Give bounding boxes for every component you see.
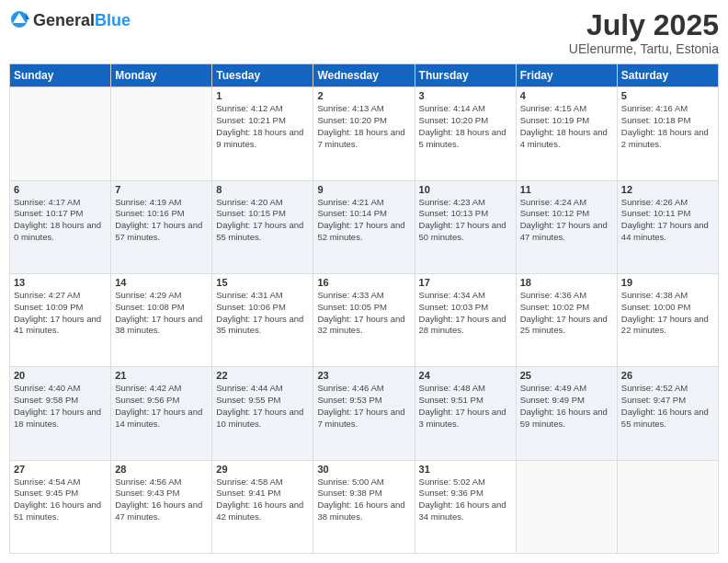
day-info: Sunrise: 4:21 AM Sunset: 10:14 PM Daylig… — [317, 197, 410, 244]
day-info: Sunrise: 4:13 AM Sunset: 10:20 PM Daylig… — [317, 103, 410, 150]
day-info: Sunrise: 4:27 AM Sunset: 10:09 PM Daylig… — [14, 290, 107, 337]
day-number: 4 — [520, 90, 613, 101]
day-number: 16 — [317, 277, 410, 288]
calendar-day-cell: 19Sunrise: 4:38 AM Sunset: 10:00 PM Dayl… — [617, 273, 718, 366]
day-number: 7 — [115, 184, 208, 195]
day-info: Sunrise: 4:12 AM Sunset: 10:21 PM Daylig… — [216, 103, 309, 150]
col-sunday: Sunday — [10, 64, 111, 87]
day-number: 14 — [115, 277, 208, 288]
calendar-day-cell — [10, 87, 111, 180]
day-info: Sunrise: 5:02 AM Sunset: 9:36 PM Dayligh… — [419, 477, 512, 523]
calendar-day-cell: 30Sunrise: 5:00 AM Sunset: 9:38 PM Dayli… — [313, 460, 415, 553]
day-info: Sunrise: 4:40 AM Sunset: 9:58 PM Dayligh… — [14, 383, 107, 430]
calendar-day-cell: 7Sunrise: 4:19 AM Sunset: 10:16 PM Dayli… — [111, 180, 212, 273]
calendar-day-cell: 1Sunrise: 4:12 AM Sunset: 10:21 PM Dayli… — [212, 87, 313, 180]
calendar-week-row: 6Sunrise: 4:17 AM Sunset: 10:17 PM Dayli… — [10, 180, 719, 273]
day-info: Sunrise: 4:19 AM Sunset: 10:16 PM Daylig… — [115, 197, 208, 244]
calendar-day-cell: 9Sunrise: 4:21 AM Sunset: 10:14 PM Dayli… — [313, 180, 415, 273]
day-info: Sunrise: 4:52 AM Sunset: 9:47 PM Dayligh… — [621, 383, 714, 430]
calendar-day-cell — [111, 87, 212, 180]
calendar-day-cell: 26Sunrise: 4:52 AM Sunset: 9:47 PM Dayli… — [617, 367, 718, 460]
title-block: July 2025 UElenurme, Tartu, Estonia — [569, 9, 719, 56]
day-number: 6 — [14, 184, 107, 195]
day-info: Sunrise: 4:58 AM Sunset: 9:41 PM Dayligh… — [216, 477, 309, 523]
calendar-day-cell: 5Sunrise: 4:16 AM Sunset: 10:18 PM Dayli… — [617, 87, 718, 180]
day-info: Sunrise: 4:15 AM Sunset: 10:19 PM Daylig… — [520, 103, 613, 150]
calendar-day-cell: 23Sunrise: 4:46 AM Sunset: 9:53 PM Dayli… — [313, 367, 415, 460]
calendar-day-cell: 18Sunrise: 4:36 AM Sunset: 10:02 PM Dayl… — [516, 273, 617, 366]
day-info: Sunrise: 4:44 AM Sunset: 9:55 PM Dayligh… — [216, 383, 309, 430]
day-number: 1 — [216, 90, 309, 101]
calendar-day-cell: 8Sunrise: 4:20 AM Sunset: 10:15 PM Dayli… — [212, 180, 313, 273]
day-number: 12 — [621, 184, 714, 195]
day-info: Sunrise: 4:33 AM Sunset: 10:05 PM Daylig… — [317, 290, 410, 337]
day-number: 31 — [419, 464, 512, 475]
day-number: 30 — [317, 464, 410, 475]
day-info: Sunrise: 4:29 AM Sunset: 10:08 PM Daylig… — [115, 290, 208, 337]
day-info: Sunrise: 4:20 AM Sunset: 10:15 PM Daylig… — [216, 197, 309, 244]
calendar-week-row: 27Sunrise: 4:54 AM Sunset: 9:45 PM Dayli… — [10, 460, 719, 553]
day-number: 28 — [115, 464, 208, 475]
day-info: Sunrise: 4:34 AM Sunset: 10:03 PM Daylig… — [419, 290, 512, 337]
day-number: 21 — [115, 370, 208, 381]
calendar-day-cell: 20Sunrise: 4:40 AM Sunset: 9:58 PM Dayli… — [10, 367, 111, 460]
day-info: Sunrise: 4:56 AM Sunset: 9:43 PM Dayligh… — [115, 477, 208, 523]
calendar-day-cell: 10Sunrise: 4:23 AM Sunset: 10:13 PM Dayl… — [415, 180, 516, 273]
day-number: 22 — [216, 370, 309, 381]
day-number: 20 — [14, 370, 107, 381]
day-info: Sunrise: 4:49 AM Sunset: 9:49 PM Dayligh… — [520, 383, 613, 430]
calendar-header-row: Sunday Monday Tuesday Wednesday Thursday… — [10, 64, 719, 87]
day-info: Sunrise: 4:48 AM Sunset: 9:51 PM Dayligh… — [419, 383, 512, 430]
calendar-day-cell: 2Sunrise: 4:13 AM Sunset: 10:20 PM Dayli… — [313, 87, 415, 180]
day-info: Sunrise: 4:26 AM Sunset: 10:11 PM Daylig… — [621, 197, 714, 244]
header: GeneralBlue July 2025 UElenurme, Tartu, … — [9, 9, 719, 56]
calendar-day-cell: 13Sunrise: 4:27 AM Sunset: 10:09 PM Dayl… — [10, 273, 111, 366]
logo-icon — [9, 9, 29, 29]
day-number: 9 — [317, 184, 410, 195]
day-number: 8 — [216, 184, 309, 195]
day-number: 13 — [14, 277, 107, 288]
calendar-week-row: 1Sunrise: 4:12 AM Sunset: 10:21 PM Dayli… — [10, 87, 719, 180]
day-number: 24 — [419, 370, 512, 381]
calendar-day-cell: 11Sunrise: 4:24 AM Sunset: 10:12 PM Dayl… — [516, 180, 617, 273]
calendar-day-cell: 21Sunrise: 4:42 AM Sunset: 9:56 PM Dayli… — [111, 367, 212, 460]
col-friday: Friday — [516, 64, 617, 87]
logo-general-text: General — [33, 11, 95, 29]
day-info: Sunrise: 4:42 AM Sunset: 9:56 PM Dayligh… — [115, 383, 208, 430]
day-number: 23 — [317, 370, 410, 381]
calendar-day-cell: 24Sunrise: 4:48 AM Sunset: 9:51 PM Dayli… — [415, 367, 516, 460]
calendar-day-cell: 3Sunrise: 4:14 AM Sunset: 10:20 PM Dayli… — [415, 87, 516, 180]
day-number: 27 — [14, 464, 107, 475]
calendar-day-cell: 12Sunrise: 4:26 AM Sunset: 10:11 PM Dayl… — [617, 180, 718, 273]
day-number: 15 — [216, 277, 309, 288]
logo: GeneralBlue — [9, 9, 131, 33]
day-number: 18 — [520, 277, 613, 288]
day-info: Sunrise: 5:00 AM Sunset: 9:38 PM Dayligh… — [317, 477, 410, 523]
calendar-day-cell: 6Sunrise: 4:17 AM Sunset: 10:17 PM Dayli… — [10, 180, 111, 273]
day-number: 26 — [621, 370, 714, 381]
calendar-week-row: 13Sunrise: 4:27 AM Sunset: 10:09 PM Dayl… — [10, 273, 719, 366]
calendar-day-cell: 17Sunrise: 4:34 AM Sunset: 10:03 PM Dayl… — [415, 273, 516, 366]
day-number: 25 — [520, 370, 613, 381]
day-info: Sunrise: 4:31 AM Sunset: 10:06 PM Daylig… — [216, 290, 309, 337]
calendar-day-cell — [617, 460, 718, 553]
logo-blue-text: Blue — [95, 11, 131, 29]
calendar-day-cell: 31Sunrise: 5:02 AM Sunset: 9:36 PM Dayli… — [415, 460, 516, 553]
day-info: Sunrise: 4:46 AM Sunset: 9:53 PM Dayligh… — [317, 383, 410, 430]
day-info: Sunrise: 4:54 AM Sunset: 9:45 PM Dayligh… — [14, 477, 107, 523]
calendar-table: Sunday Monday Tuesday Wednesday Thursday… — [9, 63, 719, 554]
calendar-week-row: 20Sunrise: 4:40 AM Sunset: 9:58 PM Dayli… — [10, 367, 719, 460]
calendar-day-cell: 28Sunrise: 4:56 AM Sunset: 9:43 PM Dayli… — [111, 460, 212, 553]
day-number: 10 — [419, 184, 512, 195]
calendar-day-cell: 22Sunrise: 4:44 AM Sunset: 9:55 PM Dayli… — [212, 367, 313, 460]
calendar-day-cell: 4Sunrise: 4:15 AM Sunset: 10:19 PM Dayli… — [516, 87, 617, 180]
calendar-day-cell: 27Sunrise: 4:54 AM Sunset: 9:45 PM Dayli… — [10, 460, 111, 553]
svg-marker-2 — [26, 13, 29, 19]
calendar-day-cell: 29Sunrise: 4:58 AM Sunset: 9:41 PM Dayli… — [212, 460, 313, 553]
calendar-day-cell: 15Sunrise: 4:31 AM Sunset: 10:06 PM Dayl… — [212, 273, 313, 366]
day-info: Sunrise: 4:17 AM Sunset: 10:17 PM Daylig… — [14, 197, 107, 244]
day-number: 11 — [520, 184, 613, 195]
day-info: Sunrise: 4:38 AM Sunset: 10:00 PM Daylig… — [621, 290, 714, 337]
day-number: 5 — [621, 90, 714, 101]
col-saturday: Saturday — [617, 64, 718, 87]
